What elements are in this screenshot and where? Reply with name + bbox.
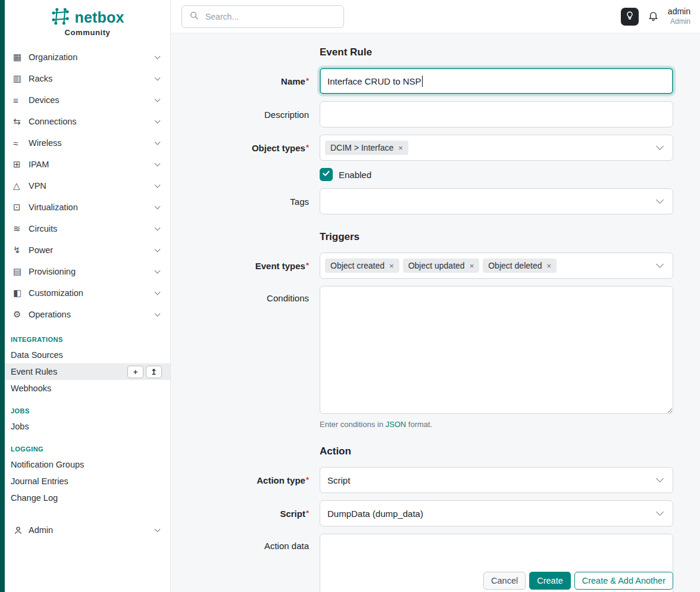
sidebar-item-provisioning[interactable]: ▤ Provisioning	[5, 261, 170, 282]
event-type-chip: Object created ×	[325, 258, 399, 273]
form-content: Event Rule Name Interface CRUD to NSP De…	[171, 33, 700, 592]
plus-icon: +	[133, 368, 138, 376]
lightbulb-icon	[625, 11, 635, 22]
object-types-label: Object types	[171, 143, 309, 153]
sidebar-item-wireless[interactable]: ≈ Wireless	[5, 132, 170, 154]
racks-icon: ▥	[13, 73, 29, 84]
provisioning-icon: ▤	[13, 266, 29, 277]
chevron-down-icon	[155, 203, 161, 209]
create-button[interactable]: Create	[529, 572, 571, 590]
json-link[interactable]: JSON	[386, 420, 407, 429]
create-and-add-another-button[interactable]: Create & Add Another	[574, 572, 673, 590]
conditions-help-text: Enter conditions in JSON format.	[320, 420, 673, 429]
brand[interactable]: netbox Community	[5, 0, 170, 40]
tags-select[interactable]	[320, 188, 673, 214]
page-title: Event Rule	[320, 46, 673, 58]
enabled-field: Enabled	[320, 168, 673, 181]
sidebar-item-notification-groups[interactable]: Notification Groups	[5, 456, 170, 473]
sidebar-item-operations[interactable]: ⚙ Operations	[5, 304, 170, 325]
script-label: Script	[171, 509, 309, 519]
event-types-select[interactable]: Object created × Object updated × Object…	[320, 253, 673, 279]
bell-icon	[648, 10, 659, 23]
circuits-icon: ≋	[13, 223, 29, 234]
sidebar-item-change-log[interactable]: Change Log	[5, 490, 170, 506]
object-types-select[interactable]: DCIM > Interface ×	[320, 135, 673, 161]
chevron-down-icon	[155, 117, 161, 123]
name-value: Interface CRUD to NSP	[327, 76, 421, 86]
section-title-integrations: INTEGRATIONS	[5, 325, 170, 347]
remove-chip-icon[interactable]: ×	[398, 144, 403, 152]
chevron-down-icon	[656, 196, 664, 204]
search-icon	[189, 11, 199, 23]
description-label: Description	[171, 110, 309, 120]
chevron-down-icon	[656, 508, 664, 516]
event-type-chip: Object updated ×	[403, 258, 480, 273]
sidebar-item-power[interactable]: ↯ Power	[5, 239, 170, 261]
selected-object-type-chip: DCIM > Interface ×	[325, 141, 408, 155]
conditions-label: Conditions	[171, 286, 309, 303]
action-heading: Action	[320, 445, 673, 457]
enabled-checkbox[interactable]	[320, 168, 333, 181]
sidebar-item-connections[interactable]: ⇆ Connections	[5, 111, 170, 132]
remove-chip-icon[interactable]: ×	[547, 262, 552, 270]
description-input[interactable]	[320, 101, 673, 127]
user-icon	[13, 525, 29, 536]
sidebar-item-circuits[interactable]: ≋ Circuits	[5, 218, 170, 239]
brand-wordmark: netbox	[74, 9, 124, 26]
checkmark-icon	[322, 169, 330, 180]
chevron-down-icon	[155, 160, 161, 166]
devices-icon: ≡	[13, 95, 29, 105]
chevron-down-icon	[656, 142, 664, 150]
sidebar-item-data-sources[interactable]: Data Sources	[5, 347, 170, 363]
sidebar-item-vpn[interactable]: △ VPN	[5, 175, 170, 197]
chevron-down-icon	[155, 310, 161, 316]
connections-icon: ⇆	[13, 116, 29, 127]
remove-chip-icon[interactable]: ×	[470, 262, 474, 270]
chevron-down-icon	[656, 260, 664, 268]
remove-chip-icon[interactable]: ×	[389, 262, 394, 270]
main-area: admin Admin Event Rule Name Interface CR…	[171, 0, 700, 592]
virtualization-icon: ⊡	[13, 202, 29, 213]
name-input[interactable]: Interface CRUD to NSP	[320, 68, 673, 94]
sidebar-nav: ▦ Organization ▥ Racks ≡ Devices ⇆ Conne…	[5, 46, 170, 541]
topbar: admin Admin	[171, 0, 700, 33]
sidebar-item-journal-entries[interactable]: Journal Entries	[5, 473, 170, 490]
chevron-down-icon	[155, 246, 161, 252]
section-title-logging: LOGGING	[5, 435, 170, 456]
user-role: Admin	[668, 17, 690, 26]
action-type-label: Action type	[171, 475, 309, 485]
sidebar-item-event-rules[interactable]: Event Rules + ↥	[5, 363, 170, 380]
customization-icon: ◧	[13, 288, 29, 298]
chevron-down-icon	[155, 526, 161, 532]
cancel-button[interactable]: Cancel	[483, 572, 526, 590]
sidebar-item-organization[interactable]: ▦ Organization	[5, 46, 170, 68]
chevron-down-icon	[155, 74, 161, 80]
script-select[interactable]: DumpData (dump_data)	[320, 500, 673, 526]
ipam-icon: ⊞	[13, 159, 29, 170]
wireless-icon: ≈	[13, 138, 29, 148]
search-box	[182, 5, 344, 28]
notifications-button[interactable]	[648, 10, 659, 23]
user-menu[interactable]: admin Admin	[668, 7, 690, 26]
sidebar-item-jobs[interactable]: Jobs	[5, 418, 170, 435]
tags-label: Tags	[171, 197, 309, 207]
theme-toggle-button[interactable]	[621, 8, 639, 26]
sidebar-item-admin[interactable]: Admin	[5, 519, 170, 541]
action-type-select[interactable]: Script	[320, 467, 673, 493]
search-input[interactable]	[204, 11, 336, 22]
chevron-down-icon	[155, 289, 161, 295]
sidebar-item-virtualization[interactable]: ⊡ Virtualization	[5, 197, 170, 218]
import-event-rules-button[interactable]: ↥	[146, 366, 162, 378]
name-label: Name	[171, 76, 309, 86]
sidebar-item-racks[interactable]: ▥ Racks	[5, 68, 170, 89]
sidebar-item-customization[interactable]: ◧ Customization	[5, 282, 170, 304]
sidebar-item-webhooks[interactable]: Webhooks	[5, 380, 170, 397]
conditions-textarea[interactable]	[320, 286, 673, 414]
chevron-down-icon	[155, 182, 161, 188]
sidebar-item-ipam[interactable]: ⊞ IPAM	[5, 154, 170, 175]
sidebar-item-devices[interactable]: ≡ Devices	[5, 89, 170, 111]
event-types-label: Event types	[171, 261, 309, 271]
text-caret	[422, 76, 423, 87]
add-event-rule-button[interactable]: +	[127, 366, 143, 378]
chevron-down-icon	[155, 139, 161, 145]
